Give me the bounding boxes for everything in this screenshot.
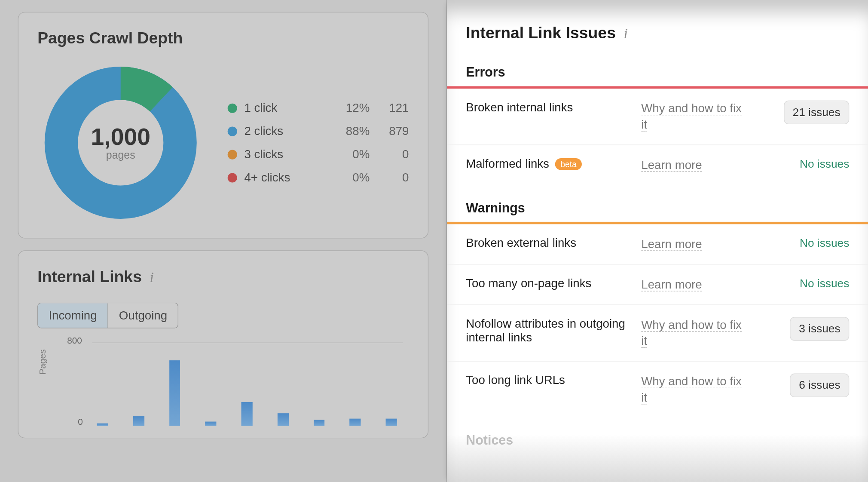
warnings-header: Warnings bbox=[447, 185, 868, 222]
crawl-depth-total: 1,000 bbox=[91, 124, 150, 150]
internal-links-card: Internal Links i Incoming Outgoing Pages… bbox=[18, 250, 428, 438]
issue-row: Nofollow attributes in outgoing internal… bbox=[447, 305, 868, 361]
legend-count: 0 bbox=[373, 171, 409, 184]
info-icon[interactable]: i bbox=[624, 25, 628, 42]
no-issues-label: No issues bbox=[800, 277, 849, 289]
issue-row: Broken internal linksWhy and how to fix … bbox=[447, 89, 868, 145]
issues-count-button[interactable]: 3 issues bbox=[790, 317, 849, 341]
issue-row: Too many on-page linksLearn moreNo issue… bbox=[447, 264, 868, 305]
legend-count: 121 bbox=[373, 101, 409, 115]
issue-name: Broken internal links bbox=[466, 101, 629, 114]
internal-links-title: Internal Links i bbox=[37, 267, 409, 286]
legend-pct: 0% bbox=[334, 171, 370, 184]
issue-name-text: Malformed links bbox=[466, 157, 549, 171]
internal-links-tabs: Incoming Outgoing bbox=[37, 303, 178, 328]
legend-pct: 12% bbox=[334, 101, 370, 115]
tab-outgoing[interactable]: Outgoing bbox=[108, 303, 178, 328]
bar[interactable] bbox=[350, 419, 361, 426]
issue-help-link[interactable]: Why and how to fix it bbox=[641, 375, 742, 404]
legend-row[interactable]: 2 clicks 88% 879 bbox=[228, 120, 409, 143]
issue-name-text: Broken external links bbox=[466, 236, 576, 250]
issue-help-link[interactable]: Why and how to fix it bbox=[641, 318, 742, 348]
issue-name: Too long link URLs bbox=[466, 374, 629, 387]
bar[interactable] bbox=[133, 417, 144, 426]
internal-link-issues-panel: Internal Link Issues i Errors Broken int… bbox=[447, 0, 868, 482]
y-axis-label: Pages bbox=[37, 349, 48, 375]
internal-links-title-text: Internal Links bbox=[37, 267, 142, 285]
errors-list: Broken internal linksWhy and how to fix … bbox=[447, 89, 868, 185]
bar[interactable] bbox=[386, 419, 397, 426]
issue-name: Nofollow attributes in outgoing internal… bbox=[466, 317, 629, 344]
issue-row: Malformed linksbetaLearn moreNo issues bbox=[447, 145, 868, 185]
bar[interactable] bbox=[169, 360, 180, 426]
issue-name-text: Nofollow attributes in outgoing internal… bbox=[466, 317, 629, 344]
legend-dot-icon bbox=[228, 103, 237, 113]
legend-dot-icon bbox=[228, 173, 237, 182]
legend-count: 0 bbox=[373, 147, 409, 161]
internal-links-chart[interactable]: Pages 800 0 bbox=[37, 339, 409, 434]
legend-count: 879 bbox=[373, 124, 409, 138]
bar[interactable] bbox=[314, 420, 325, 426]
crawl-depth-title: Pages Crawl Depth bbox=[37, 29, 409, 48]
crawl-depth-card: Pages Crawl Depth 1,000 pages bbox=[18, 12, 428, 239]
issue-name: Too many on-page links bbox=[466, 276, 629, 290]
legend-label: 1 click bbox=[244, 101, 330, 115]
issues-count-button[interactable]: 6 issues bbox=[790, 374, 849, 397]
issue-name-text: Too long link URLs bbox=[466, 374, 565, 387]
beta-badge: beta bbox=[555, 158, 582, 170]
info-icon[interactable]: i bbox=[150, 269, 154, 286]
warnings-list: Broken external linksLearn moreNo issues… bbox=[447, 224, 868, 417]
legend-pct: 88% bbox=[334, 124, 370, 138]
issues-panel-title: Internal Link Issues i bbox=[447, 24, 868, 56]
notices-header: Notices bbox=[447, 418, 868, 454]
legend-row[interactable]: 3 clicks 0% 0 bbox=[228, 143, 409, 166]
issue-row: Broken external linksLearn moreNo issues bbox=[447, 224, 868, 264]
bar[interactable] bbox=[205, 422, 217, 426]
legend-dot-icon bbox=[228, 150, 237, 159]
bar[interactable] bbox=[97, 424, 108, 426]
bar[interactable] bbox=[278, 414, 289, 426]
issue-name-text: Too many on-page links bbox=[466, 276, 591, 290]
tab-incoming[interactable]: Incoming bbox=[38, 303, 108, 328]
issue-name-text: Broken internal links bbox=[466, 101, 573, 114]
bars bbox=[97, 339, 397, 426]
legend-label: 3 clicks bbox=[244, 147, 330, 161]
legend-row[interactable]: 4+ clicks 0% 0 bbox=[228, 166, 409, 189]
issues-count-button[interactable]: 21 issues bbox=[784, 101, 850, 124]
no-issues-label: No issues bbox=[800, 236, 849, 249]
issue-help-link[interactable]: Learn more bbox=[641, 237, 702, 251]
legend-row[interactable]: 1 click 12% 121 bbox=[228, 96, 409, 120]
legend-dot-icon bbox=[228, 126, 237, 136]
legend-label: 2 clicks bbox=[244, 124, 330, 138]
issue-help-link[interactable]: Learn more bbox=[641, 158, 702, 172]
crawl-depth-donut[interactable]: 1,000 pages bbox=[37, 59, 204, 226]
crawl-depth-legend: 1 click 12% 121 2 clicks 88% 879 3 click… bbox=[228, 96, 409, 189]
crawl-depth-total-label: pages bbox=[91, 149, 150, 162]
issue-help-link[interactable]: Why and how to fix it bbox=[641, 101, 742, 131]
errors-header: Errors bbox=[447, 56, 868, 86]
issue-name: Broken external links bbox=[466, 236, 629, 250]
issues-panel-title-text: Internal Link Issues bbox=[466, 24, 616, 41]
issue-row: Too long link URLsWhy and how to fix it6… bbox=[447, 362, 868, 418]
no-issues-label: No issues bbox=[800, 157, 849, 170]
bar[interactable] bbox=[241, 402, 253, 426]
legend-pct: 0% bbox=[334, 147, 370, 161]
dashboard-left: Pages Crawl Depth 1,000 pages bbox=[0, 0, 447, 482]
issue-help-link[interactable]: Learn more bbox=[641, 278, 702, 292]
legend-label: 4+ clicks bbox=[244, 171, 330, 184]
issue-name: Malformed linksbeta bbox=[466, 157, 629, 171]
